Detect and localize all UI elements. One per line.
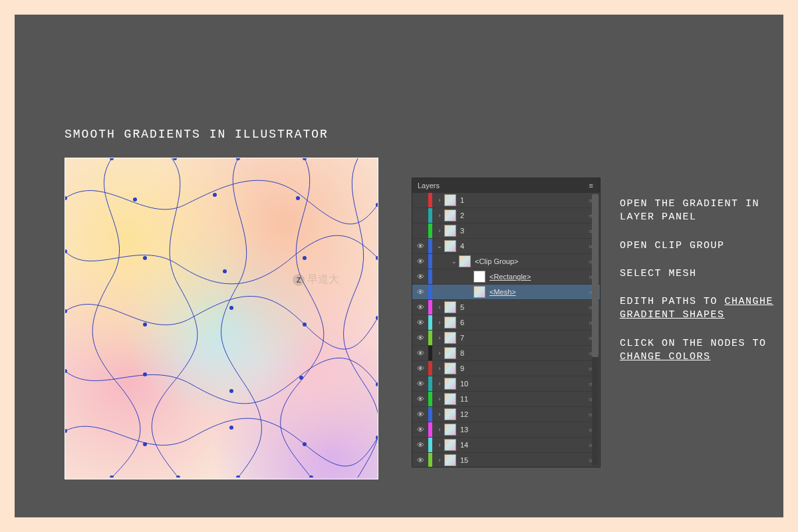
svg-point-1	[133, 198, 137, 201]
expand-toggle-icon[interactable]: ⌄	[436, 243, 443, 249]
layer-row[interactable]: 👁›13○ ▫	[412, 422, 600, 438]
layer-name[interactable]: 14	[460, 441, 589, 449]
layer-color-bar	[428, 407, 432, 422]
visibility-toggle-icon[interactable]: 👁	[412, 319, 428, 327]
visibility-toggle-icon[interactable]: 👁	[412, 395, 428, 403]
layer-name[interactable]: <Rectangle>	[489, 273, 589, 281]
svg-point-23	[303, 442, 307, 446]
expand-toggle-icon[interactable]: ›	[436, 197, 443, 203]
layer-name[interactable]: 12	[460, 410, 589, 418]
visibility-toggle-icon[interactable]: 👁	[412, 257, 428, 265]
layer-name[interactable]: 1	[460, 196, 589, 204]
layer-thumbnail[interactable]	[444, 301, 456, 313]
layer-thumbnail[interactable]	[473, 271, 485, 283]
layer-thumbnail[interactable]	[444, 439, 456, 451]
layer-row[interactable]: 👁›11○ ▫	[412, 392, 600, 407]
layer-row[interactable]: 👁›6○ ▫	[412, 315, 600, 331]
layer-thumbnail[interactable]	[444, 225, 456, 237]
visibility-toggle-icon[interactable]: 👁	[412, 303, 428, 311]
panel-menu-icon[interactable]: ≡	[589, 182, 595, 190]
layer-name[interactable]: 5	[460, 303, 589, 311]
visibility-toggle-icon[interactable]: 👁	[412, 364, 428, 372]
layer-color-bar	[428, 285, 432, 299]
expand-toggle-icon[interactable]: ›	[436, 442, 443, 448]
expand-toggle-icon[interactable]: ›	[436, 411, 443, 418]
layer-name[interactable]: 13	[460, 426, 589, 434]
layer-row[interactable]: 👁›8○ ▫	[412, 346, 600, 361]
layer-name[interactable]: 3	[460, 227, 589, 235]
layer-thumbnail[interactable]	[444, 347, 456, 359]
visibility-toggle-icon[interactable]: 👁	[412, 273, 428, 281]
visibility-toggle-icon[interactable]: 👁	[412, 288, 428, 296]
layer-name[interactable]: 9	[460, 364, 589, 372]
layer-thumbnail[interactable]	[444, 209, 456, 221]
layer-row[interactable]: 👁⌄4○ ▫	[412, 239, 600, 254]
layer-thumbnail[interactable]	[444, 240, 456, 252]
expand-toggle-icon[interactable]: ›	[436, 426, 443, 433]
layer-name[interactable]: 4	[460, 242, 589, 250]
visibility-toggle-icon[interactable]: 👁	[412, 380, 428, 388]
layer-thumbnail[interactable]	[444, 408, 456, 420]
layer-name[interactable]: 7	[460, 334, 589, 342]
layers-scrollbar[interactable]	[592, 194, 598, 466]
visibility-toggle-icon[interactable]: 👁	[412, 426, 428, 434]
svg-point-24	[376, 436, 378, 440]
layer-row[interactable]: 👁<Rectangle>○ ▫	[412, 269, 600, 285]
svg-point-7	[223, 269, 227, 273]
layers-panel-header[interactable]: Layers ≡	[412, 178, 600, 193]
layer-name[interactable]: 10	[460, 380, 589, 388]
layer-name[interactable]: 8	[460, 349, 589, 357]
layer-row[interactable]: ›2○ ▫	[412, 208, 600, 223]
layer-name[interactable]: <Mesh>	[489, 288, 589, 296]
layer-row[interactable]: 👁›12○ ▫	[412, 407, 600, 422]
mesh-overlay[interactable]	[65, 158, 378, 477]
layer-name[interactable]: <Clip Group>	[475, 257, 589, 265]
expand-toggle-icon[interactable]: ›	[436, 304, 443, 311]
layer-thumbnail[interactable]	[444, 454, 456, 466]
layer-thumbnail[interactable]	[444, 378, 456, 390]
layer-name[interactable]: 2	[460, 211, 589, 219]
expand-toggle-icon[interactable]: ›	[436, 380, 443, 387]
expand-toggle-icon[interactable]: ›	[436, 396, 443, 402]
layer-thumbnail[interactable]	[459, 255, 471, 267]
layer-name[interactable]: 11	[460, 395, 589, 403]
layer-row[interactable]: 👁›15○ ▫	[412, 453, 600, 467]
layer-row[interactable]: 👁⌄<Clip Group>○ ▫	[412, 254, 600, 269]
expand-toggle-icon[interactable]: ›	[436, 365, 443, 372]
layer-thumbnail[interactable]	[444, 317, 456, 329]
layer-row[interactable]: 👁<Mesh>○ ▫	[412, 285, 600, 300]
gradient-artboard[interactable]	[65, 158, 378, 479]
layer-row[interactable]: 👁›5○ ▫	[412, 300, 600, 315]
visibility-toggle-icon[interactable]: 👁	[412, 441, 428, 449]
visibility-toggle-icon[interactable]: 👁	[412, 334, 428, 342]
expand-toggle-icon[interactable]: ›	[436, 334, 443, 341]
layer-row[interactable]: ›3○ ▫	[412, 223, 600, 239]
layer-thumbnail[interactable]	[444, 393, 456, 405]
expand-toggle-icon[interactable]: ›	[436, 227, 443, 234]
layer-row[interactable]: 👁›10○ ▫	[412, 376, 600, 392]
scrollbar-thumb[interactable]	[592, 194, 598, 357]
expand-toggle-icon[interactable]: ›	[436, 319, 443, 326]
expand-toggle-icon[interactable]: ›	[436, 457, 443, 464]
visibility-toggle-icon[interactable]: 👁	[412, 242, 428, 250]
layer-thumbnail[interactable]	[444, 424, 456, 436]
layers-panel[interactable]: Layers ≡ ›1○ ▫›2○ ▫›3○ ▫👁⌄4○ ▫👁⌄<Clip Gr…	[412, 178, 600, 467]
layer-name[interactable]: 15	[460, 456, 589, 464]
layer-thumbnail[interactable]	[444, 332, 456, 344]
expand-toggle-icon[interactable]: ⌄	[450, 258, 458, 265]
svg-point-8	[303, 256, 307, 260]
visibility-toggle-icon[interactable]: 👁	[412, 349, 428, 357]
layer-thumbnail[interactable]	[444, 362, 456, 374]
layer-thumbnail[interactable]	[473, 286, 485, 298]
layer-row[interactable]: 👁›14○ ▫	[412, 438, 600, 453]
layer-thumbnail[interactable]	[444, 194, 456, 206]
layer-name[interactable]: 6	[460, 319, 589, 327]
expand-toggle-icon[interactable]: ›	[436, 212, 443, 219]
visibility-toggle-icon[interactable]: 👁	[412, 410, 428, 418]
layers-list[interactable]: ›1○ ▫›2○ ▫›3○ ▫👁⌄4○ ▫👁⌄<Clip Group>○ ▫👁<…	[412, 193, 600, 467]
expand-toggle-icon[interactable]: ›	[436, 350, 443, 356]
visibility-toggle-icon[interactable]: 👁	[412, 456, 428, 464]
layer-row[interactable]: ›1○ ▫	[412, 193, 600, 208]
layer-row[interactable]: 👁›7○ ▫	[412, 331, 600, 346]
layer-row[interactable]: 👁›9○ ▫	[412, 361, 600, 376]
